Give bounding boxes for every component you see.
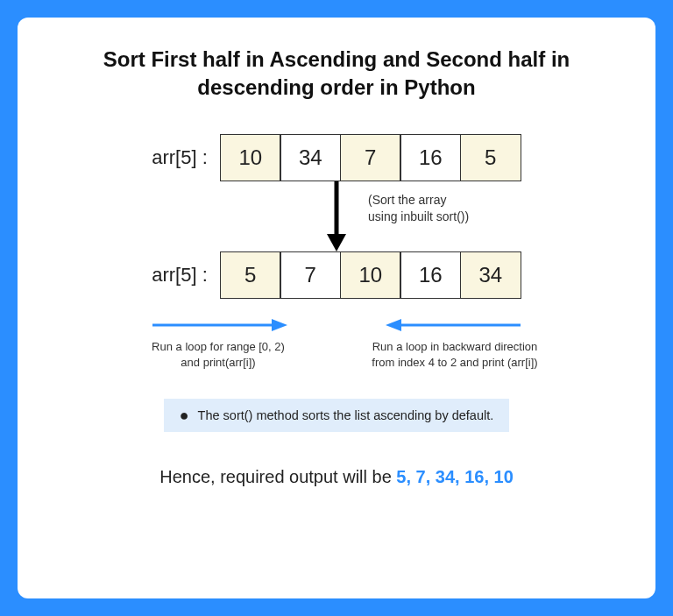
cell: 34 (460, 251, 521, 299)
loop-left-text: Run a loop for range [0, 2) and print(ar… (152, 339, 285, 371)
svg-marker-1 (327, 234, 346, 251)
arrow-right-icon (144, 316, 293, 334)
array-cells-1: 10 34 7 16 5 (220, 134, 521, 181)
cell: 16 (400, 134, 461, 181)
page-title: Sort First half in Ascending and Second … (53, 46, 620, 103)
output-line: Hence, required output will be 5, 7, 34,… (159, 467, 514, 487)
cell: 10 (220, 134, 281, 181)
diagram-card: Sort First half in Ascending and Second … (18, 18, 655, 598)
bullet-icon: ● (180, 407, 189, 423)
down-arrow-section: (Sort the array using inbuilt sort()) (53, 181, 620, 251)
loop-text-line: and print(arr[i]) (152, 355, 285, 371)
info-text: The sort() method sorts the list ascendi… (198, 408, 494, 422)
cell: 7 (280, 251, 341, 299)
array-cells-2: 5 7 10 16 34 (220, 251, 521, 299)
loop-text-line: Run a loop in backward direction (372, 339, 537, 355)
cell: 7 (340, 134, 401, 181)
info-box: ● The sort() method sorts the list ascen… (164, 399, 510, 432)
svg-marker-3 (272, 319, 287, 331)
array-label-1: arr[5] : (152, 146, 208, 169)
sort-note-line: using inbuilt sort()) (368, 209, 469, 225)
loop-right: Run a loop in backward direction from in… (354, 316, 556, 371)
loop-arrows-row: Run a loop for range [0, 2) and print(ar… (53, 316, 620, 371)
output-prefix: Hence, required output will be (159, 467, 396, 486)
loop-text-line: from index 4 to 2 and print (arr[i]) (372, 355, 537, 371)
cell: 5 (220, 251, 281, 299)
cell: 5 (460, 134, 521, 181)
loop-left: Run a loop for range [0, 2) and print(ar… (117, 316, 319, 371)
output-values: 5, 7, 34, 16, 10 (396, 467, 513, 486)
array-label-2: arr[5] : (152, 264, 208, 287)
arrow-left-icon (380, 316, 529, 334)
svg-marker-5 (386, 319, 401, 331)
sort-note: (Sort the array using inbuilt sort()) (368, 192, 469, 225)
sort-note-line: (Sort the array (368, 192, 469, 209)
loop-text-line: Run a loop for range [0, 2) (152, 339, 285, 355)
array-original: arr[5] : 10 34 7 16 5 (152, 134, 521, 181)
cell: 34 (280, 134, 341, 181)
array-sorted: arr[5] : 5 7 10 16 34 (152, 251, 521, 299)
loop-right-text: Run a loop in backward direction from in… (372, 339, 537, 371)
cell: 16 (400, 251, 461, 299)
arrow-down-icon (323, 181, 350, 251)
cell: 10 (340, 251, 401, 299)
